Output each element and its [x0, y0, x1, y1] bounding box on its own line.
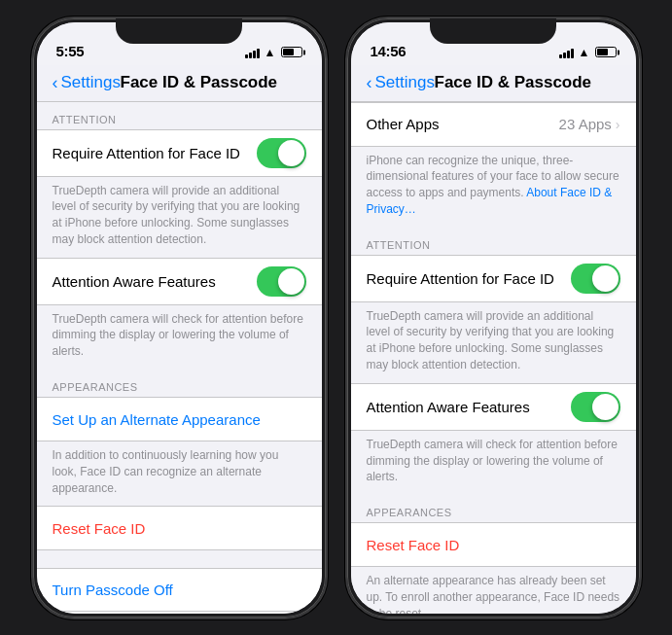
group-appearances-1: Set Up an Alternate Appearance [37, 397, 322, 441]
row-reset-1[interactable]: Reset Face ID [37, 507, 322, 549]
time-1: 5:55 [56, 43, 85, 59]
group-passcode-1: Turn Passcode Off Change Passcode [37, 568, 322, 613]
nav-title-1: Face ID & Passcode [121, 73, 278, 92]
toggle-knob-ra-2 [592, 265, 619, 292]
about-face-id-link-2[interactable]: About Face ID & Privacy… [367, 186, 613, 216]
signal-icon-2 [559, 47, 574, 58]
group-other-apps-2: Other Apps 23 Apps › [351, 102, 636, 147]
notch-2 [430, 18, 556, 44]
back-chevron-1: ‹ [53, 73, 58, 93]
row-require-attention-1[interactable]: Require Attention for Face ID [37, 130, 322, 176]
desc-other-apps-2: iPhone can recognize the unique, three-d… [351, 147, 636, 228]
toggle-attention-aware-1[interactable] [257, 266, 306, 297]
scroll-content-1[interactable]: ATTENTION Require Attention for Face ID … [37, 102, 322, 614]
row-turn-passcode-off-1[interactable]: Turn Passcode Off [37, 569, 322, 612]
label-reset-1: Reset Face ID [53, 520, 146, 537]
nav-bar-2: ‹ Settings Face ID & Passcode [351, 65, 636, 102]
toggle-attention-aware-2[interactable] [571, 392, 620, 422]
notch-1 [116, 18, 242, 44]
label-require-attention-1: Require Attention for Face ID [53, 145, 257, 161]
nav-bar-1: ‹ Settings Face ID & Passcode [37, 65, 322, 102]
row-attention-aware-1[interactable]: Attention Aware Features [37, 259, 322, 304]
row-attention-aware-2[interactable]: Attention Aware Features [351, 384, 636, 430]
group-attention-aware-2: Attention Aware Features [351, 383, 636, 431]
phone-2: 14:56 ▲ ‹ Settings Face ID & Passco [345, 17, 642, 619]
desc-attention-aware-1: TrueDepth camera will check for attentio… [37, 305, 322, 370]
battery-icon-2 [595, 47, 617, 57]
toggle-knob-2 [278, 268, 304, 295]
desc-attention-aware-2: TrueDepth camera will check for attentio… [351, 431, 636, 495]
label-attention-aware-2: Attention Aware Features [367, 399, 571, 415]
label-other-apps-2: Other Apps [367, 116, 559, 132]
chevron-other-apps-2: › [616, 117, 620, 132]
group-attention-2: Require Attention for Face ID [351, 255, 636, 302]
wifi-icon-2: ▲ [579, 46, 590, 59]
group-reset-1: Reset Face ID [37, 506, 322, 550]
back-label-1: Settings [61, 73, 121, 92]
back-button-2[interactable]: ‹ Settings [367, 73, 435, 93]
value-other-apps-2: 23 Apps [559, 116, 612, 132]
wifi-icon-1: ▲ [265, 46, 276, 59]
row-change-passcode-1[interactable]: Change Passcode [37, 612, 322, 613]
label-reset-2: Reset Face ID [367, 537, 460, 553]
scroll-content-2[interactable]: Other Apps 23 Apps › iPhone can recogniz… [351, 102, 636, 614]
back-label-2: Settings [375, 73, 435, 92]
row-setup-alternate-1[interactable]: Set Up an Alternate Appearance [37, 398, 322, 441]
group-appearances-2: Reset Face ID [351, 522, 636, 567]
back-chevron-2: ‹ [367, 73, 372, 93]
battery-icon-1 [281, 47, 302, 57]
status-icons-2: ▲ [559, 46, 617, 59]
group-attention-aware-1: Attention Aware Features [37, 258, 322, 305]
desc-appearances-2: An alternate appearance has already been… [351, 567, 636, 613]
row-reset-2[interactable]: Reset Face ID [351, 523, 636, 566]
phone-1: 5:55 ▲ ‹ Settings Face ID & Passcod [31, 17, 328, 619]
desc-require-attention-2: TrueDepth camera will provide an additio… [351, 302, 636, 383]
label-setup-alternate-1: Set Up an Alternate Appearance [53, 411, 261, 428]
status-icons-1: ▲ [245, 46, 302, 59]
toggle-knob-aa-2 [592, 394, 619, 420]
desc-appearances-1: In addition to continuously learning how… [37, 441, 322, 506]
nav-title-2: Face ID & Passcode [435, 73, 592, 92]
section-header-appearances-1: APPEARANCES [37, 370, 322, 397]
signal-icon-1 [245, 47, 260, 58]
desc-require-attention-1: TrueDepth camera will provide an additio… [37, 177, 322, 258]
toggle-require-attention-2[interactable] [571, 264, 620, 294]
section-header-attention-2: ATTENTION [351, 228, 636, 255]
label-require-attention-2: Require Attention for Face ID [367, 270, 571, 287]
toggle-knob-1 [278, 140, 304, 166]
group-attention-1: Require Attention for Face ID [37, 129, 322, 177]
section-header-attention-1: ATTENTION [37, 102, 322, 129]
label-attention-aware-1: Attention Aware Features [53, 273, 257, 290]
label-turn-passcode-off-1: Turn Passcode Off [53, 582, 173, 598]
time-2: 14:56 [371, 43, 407, 59]
toggle-require-attention-1[interactable] [257, 138, 306, 168]
section-header-appearances-2: APPEARANCES [351, 495, 636, 522]
row-require-attention-2[interactable]: Require Attention for Face ID [351, 256, 636, 301]
row-other-apps-2[interactable]: Other Apps 23 Apps › [351, 103, 636, 146]
back-button-1[interactable]: ‹ Settings [53, 73, 121, 93]
